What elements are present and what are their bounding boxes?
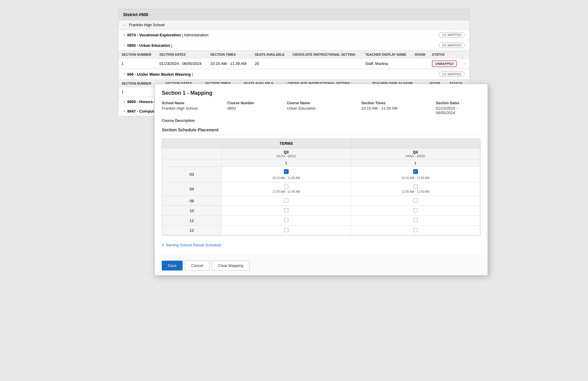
period-03-q3[interactable]: 10:15 AM - 11:00 AM	[222, 167, 351, 182]
course-row-666[interactable]: − 666 - Under Water Basket Weaving | 1/1…	[119, 69, 469, 80]
q3-num: 1	[222, 160, 351, 167]
checkbox-11-q3[interactable]	[284, 218, 288, 222]
section-table-0850: SECTION NUMBER SECTION DATES SECTION TIM…	[119, 51, 469, 69]
col-section-dates: SECTION DATES	[156, 51, 207, 58]
school-name-cell: School Name Franklin High School	[162, 101, 227, 115]
q4-num: 1	[351, 160, 480, 167]
col-cross-site: CROSS-SITE INSTRUCTIONAL SETTING	[290, 51, 362, 58]
serving-school-plus-icon: +	[162, 243, 164, 247]
col-section-number: SECTION NUMBER	[119, 51, 156, 58]
col-action	[461, 51, 469, 58]
checkbox-09-q3[interactable]	[284, 198, 288, 203]
col-section-times: SECTION TIMES	[207, 51, 252, 58]
section-teacher-cell: Staff, Martina	[362, 58, 412, 69]
course-number-value: 0850	[227, 106, 282, 111]
terms-header-spacer	[351, 139, 480, 148]
course-title-0850: 0850 - Urban Education |	[127, 43, 439, 48]
mapped-badge-0850: 0/1 MAPPED	[439, 43, 465, 48]
section-dates-label: Section Dates	[436, 101, 476, 105]
course-number-label: Course Number	[227, 101, 282, 105]
time-04-q4: 11:05 AM - 11:50 AM	[353, 190, 478, 193]
course-number-cell: Course Number 0850	[227, 101, 287, 115]
period-col-num	[162, 160, 222, 167]
checkbox-04-q3[interactable]	[284, 185, 288, 189]
term-num-row: 1 1	[162, 160, 480, 167]
unmapped-badge[interactable]: UNMAPPED	[432, 60, 457, 67]
section-times-value: 10:15 AM - 11:39 AM	[361, 106, 431, 111]
course-expand-icon-666[interactable]: −	[123, 72, 125, 76]
terms-empty-corner	[162, 139, 222, 148]
checkbox-04-q4[interactable]	[413, 185, 418, 189]
save-button[interactable]: Save	[162, 261, 183, 270]
period-10-q3[interactable]	[222, 206, 351, 216]
checkbox-11-q4[interactable]	[413, 218, 418, 222]
col-room: ROOM	[412, 51, 429, 58]
col-seats: SEATS AVAILABLE	[252, 51, 290, 58]
section-times-label: Section Times	[361, 101, 431, 105]
period-09-q4[interactable]	[351, 196, 480, 206]
school-collapse-icon[interactable]: −	[123, 23, 125, 27]
mapping-modal: Section 1 - Mapping School Name Franklin…	[154, 84, 488, 276]
mapped-badge-666: 1/1 MAPPED	[439, 71, 465, 77]
section-room-cell	[412, 58, 429, 69]
checkbox-03-q3[interactable]	[284, 169, 289, 174]
terms-header-row: TERMS	[162, 139, 480, 148]
course-row-0074[interactable]: + 0074 - Vocational Exploration | Admini…	[119, 30, 469, 40]
course-expand-icon-9847[interactable]: +	[123, 109, 125, 113]
clear-mapping-button[interactable]: Clear Mapping	[212, 261, 250, 270]
section-chevron-cell[interactable]: ›	[461, 58, 469, 69]
terms-table-wrapper: TERMS Q3 01/23 - 03/22 Q4	[162, 139, 480, 236]
cancel-button[interactable]: Cancel	[185, 261, 209, 270]
terms-table: TERMS Q3 01/23 - 03/22 Q4	[162, 139, 480, 235]
period-row-12: 12	[162, 226, 480, 235]
period-11-q3[interactable]	[222, 216, 351, 226]
section-status-cell[interactable]: UNMAPPED	[429, 58, 461, 69]
school-name: Franklin High School	[129, 23, 165, 27]
period-id-03: 03	[162, 167, 222, 182]
period-03-q4[interactable]: 10:15 AM - 11:00 AM	[351, 167, 480, 182]
modal-body: Section 1 - Mapping School Name Franklin…	[155, 84, 488, 256]
period-id-09: 09	[162, 196, 222, 206]
period-11-q4[interactable]	[351, 216, 480, 226]
period-id-11: 11	[162, 216, 222, 226]
course-row-0850[interactable]: − 0850 - Urban Education | 0/1 MAPPED	[119, 40, 469, 51]
section-row-0850-1: 1 01/23/2024 - 06/05/2024 10:15 AM - 11:…	[119, 58, 469, 69]
section-times-cell-modal: Section Times 10:15 AM - 11:39 AM	[361, 101, 436, 115]
term-label-row: Q3 01/23 - 03/22 Q4 04/02 - 06/05	[162, 148, 480, 160]
period-10-q4[interactable]	[351, 206, 480, 216]
checkbox-03-q4[interactable]	[413, 169, 418, 174]
course-name-cell: Course Name Urban Education	[287, 101, 361, 115]
modal-footer: Save Cancel Clear Mapping	[155, 256, 488, 275]
period-12-q3[interactable]	[222, 226, 351, 235]
serving-school-row[interactable]: + Serving School Period Schedule	[162, 240, 480, 250]
main-panel: District #500 − Franklin High School + 0…	[118, 9, 470, 116]
checkbox-12-q4[interactable]	[413, 228, 418, 232]
q4-label-text: Q4	[353, 150, 478, 154]
modal-title: Section 1 - Mapping	[162, 90, 480, 96]
course-name-label: Course Name	[287, 101, 357, 105]
course-expand-icon-0850[interactable]: −	[123, 43, 125, 47]
course-expand-icon-0074[interactable]: +	[123, 33, 125, 37]
serving-school-label[interactable]: Serving School Period Schedule	[166, 243, 221, 247]
mapped-badge-0074: 1/1 MAPPED	[439, 32, 465, 38]
checkbox-10-q3[interactable]	[284, 208, 288, 212]
checkbox-09-q4[interactable]	[413, 198, 418, 203]
course-title-0074: 0074 - Vocational Exploration | Administ…	[127, 33, 439, 37]
q4-label: Q4 04/02 - 06/05	[351, 148, 480, 160]
chevron-right-icon[interactable]: ›	[464, 61, 466, 66]
course-expand-icon-9800[interactable]: +	[123, 100, 125, 104]
time-03-q3: 10:15 AM - 11:00 AM	[224, 176, 349, 180]
period-09-q3[interactable]	[222, 196, 351, 206]
col-teacher: TEACHER DISPLAY NAME	[362, 51, 412, 58]
info-grid: School Name Franklin High School Course …	[162, 101, 480, 115]
period-12-q4[interactable]	[351, 226, 480, 235]
checkbox-12-q3[interactable]	[284, 228, 288, 232]
period-row-11: 11	[162, 216, 480, 226]
period-04-q4[interactable]: 11:05 AM - 11:50 AM	[351, 182, 480, 196]
terms-header-label: TERMS	[222, 139, 351, 148]
period-04-q3[interactable]: 11:05 AM - 11:50 AM	[222, 182, 351, 196]
checkbox-10-q4[interactable]	[413, 208, 418, 212]
period-id-12: 12	[162, 226, 222, 235]
period-id-04: 04	[162, 182, 222, 196]
section-seats-cell: 20	[252, 58, 290, 69]
